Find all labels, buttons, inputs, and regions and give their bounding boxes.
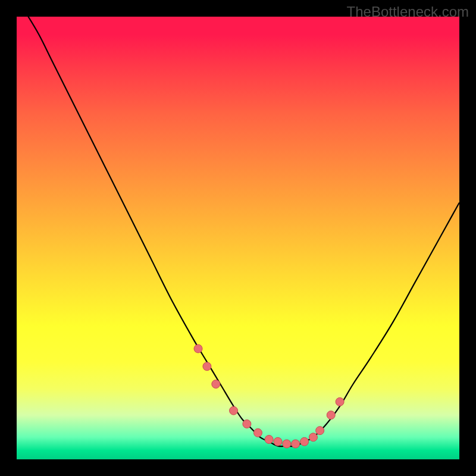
watermark-text: TheBottleneck.com: [347, 4, 469, 20]
plot-area: [17, 17, 459, 459]
chart-container: TheBottleneck.com: [0, 0, 476, 476]
heatmap-gradient: [17, 17, 459, 459]
